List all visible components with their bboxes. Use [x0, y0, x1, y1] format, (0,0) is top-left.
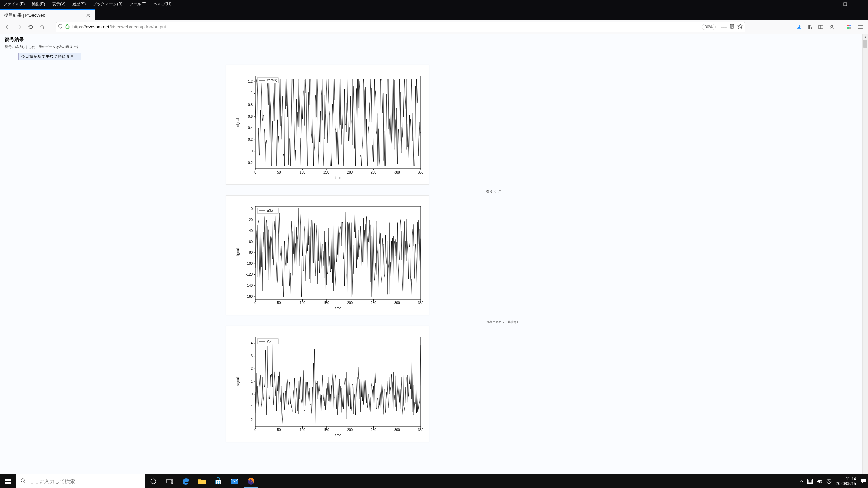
- account-button[interactable]: [827, 22, 837, 32]
- store-icon[interactable]: [210, 474, 226, 488]
- svg-text:0: 0: [254, 170, 256, 174]
- svg-text:150: 150: [323, 428, 329, 432]
- page-actions-ellipsis-icon[interactable]: [721, 24, 727, 29]
- plot-1: -0.200.20.40.60.811.20501001502002503003…: [226, 65, 429, 185]
- svg-text:xhat(k): xhat(k): [267, 78, 277, 82]
- svg-text:-60: -60: [248, 240, 253, 244]
- svg-text:-80: -80: [248, 251, 253, 255]
- menubar: ファイル(F) 編集(E) 表示(V) 履歴(S) ブックマーク(B) ツール(…: [0, 0, 868, 8]
- reader-mode-icon[interactable]: [729, 24, 735, 30]
- svg-rect-140: [231, 479, 238, 484]
- svg-text:0.2: 0.2: [248, 138, 253, 141]
- svg-text:-40: -40: [248, 229, 253, 233]
- app-menu-button[interactable]: [855, 22, 865, 32]
- ime-icon[interactable]: [807, 479, 813, 484]
- downloads-button[interactable]: [794, 22, 804, 32]
- cortana-button[interactable]: [145, 474, 161, 488]
- menu-help[interactable]: ヘルプ(H): [150, 1, 175, 8]
- svg-text:-100: -100: [246, 262, 253, 265]
- window-minimize-button[interactable]: [822, 0, 837, 8]
- svg-text:signal: signal: [236, 248, 240, 257]
- svg-text:50: 50: [277, 428, 281, 432]
- file-explorer-icon[interactable]: [194, 474, 210, 488]
- svg-text:100: 100: [300, 428, 305, 432]
- svg-text:0.6: 0.6: [248, 115, 253, 118]
- window-maximize-button[interactable]: [837, 0, 853, 8]
- library-button[interactable]: [805, 22, 815, 32]
- menu-file[interactable]: ファイル(F): [0, 1, 28, 8]
- svg-point-130: [21, 479, 24, 482]
- taskbar: 12:14 2020/05/15: [0, 474, 868, 488]
- svg-text:-2: -2: [250, 418, 253, 422]
- svg-text:0: 0: [251, 392, 253, 396]
- svg-text:signal: signal: [236, 377, 240, 386]
- decoded-text: 今日博多駅で午後７時に食事！: [18, 53, 81, 60]
- mail-icon[interactable]: [226, 474, 243, 488]
- lock-icon[interactable]: [65, 24, 70, 30]
- task-view-button[interactable]: [161, 474, 178, 488]
- svg-rect-138: [217, 483, 218, 484]
- home-button[interactable]: [37, 22, 47, 32]
- back-button[interactable]: [3, 22, 13, 32]
- bookmark-star-icon[interactable]: [737, 24, 743, 30]
- edge-icon[interactable]: [178, 474, 194, 488]
- svg-text:1: 1: [251, 91, 253, 95]
- menu-tools[interactable]: ツール(T): [126, 1, 150, 8]
- svg-text:2: 2: [251, 367, 253, 370]
- window-close-button[interactable]: [853, 0, 868, 8]
- svg-point-4: [726, 27, 727, 28]
- browser-tab[interactable]: 復号結果 | kfSecWeb: [0, 9, 95, 20]
- taskbar-search[interactable]: [16, 474, 145, 488]
- scroll-thumb[interactable]: [863, 40, 867, 48]
- svg-text:150: 150: [323, 301, 329, 305]
- svg-text:200: 200: [347, 170, 353, 174]
- caption-1: 復号パルス: [486, 189, 868, 194]
- svg-text:350: 350: [418, 301, 423, 305]
- svg-rect-1: [66, 26, 69, 28]
- svg-text:1.2: 1.2: [248, 80, 253, 83]
- menu-view[interactable]: 表示(V): [48, 1, 69, 8]
- svg-text:time: time: [335, 306, 341, 310]
- svg-text:0: 0: [251, 207, 253, 211]
- clock[interactable]: 12:14 2020/05/15: [836, 476, 856, 486]
- volume-icon[interactable]: [817, 479, 822, 484]
- svg-rect-139: [219, 483, 220, 484]
- svg-rect-134: [172, 482, 173, 484]
- reload-button[interactable]: [26, 22, 36, 32]
- menu-history[interactable]: 履歴(S): [69, 1, 89, 8]
- vertical-scrollbar[interactable]: ▲ ▼: [862, 34, 868, 488]
- tab-close-button[interactable]: [85, 13, 91, 18]
- svg-text:200: 200: [347, 428, 353, 432]
- svg-rect-9: [849, 25, 851, 26]
- svg-rect-11: [849, 27, 851, 29]
- scroll-up-button[interactable]: ▲: [863, 34, 868, 40]
- svg-rect-135: [198, 479, 201, 480]
- action-center-icon[interactable]: [860, 479, 866, 484]
- svg-rect-129: [8, 482, 11, 484]
- plot-3: -2-101234050100150200250300350timesignal…: [226, 326, 429, 442]
- svg-text:signal: signal: [236, 118, 240, 127]
- new-tab-button[interactable]: [95, 9, 107, 20]
- url-bar[interactable]: https://nvcspm.net/kfsecweb/decryption/o…: [56, 22, 745, 32]
- svg-text:-120: -120: [246, 272, 253, 276]
- svg-text:0.8: 0.8: [248, 103, 253, 107]
- start-button[interactable]: [0, 474, 16, 488]
- forward-button[interactable]: [14, 22, 24, 32]
- svg-text:100: 100: [300, 301, 305, 305]
- svg-text:-0.2: -0.2: [246, 161, 253, 165]
- menu-edit[interactable]: 編集(E): [28, 1, 48, 8]
- svg-rect-10: [847, 27, 849, 29]
- shield-icon[interactable]: [58, 24, 63, 30]
- extension-button[interactable]: [844, 22, 854, 32]
- menu-bookmark[interactable]: ブックマーク(B): [89, 1, 126, 8]
- svg-text:300: 300: [394, 301, 400, 305]
- svg-text:50: 50: [277, 301, 281, 305]
- taskbar-search-input[interactable]: [29, 479, 141, 484]
- svg-text:0: 0: [251, 149, 253, 153]
- network-blocked-icon[interactable]: [826, 479, 832, 484]
- sidebar-toggle-button[interactable]: [816, 22, 826, 32]
- svg-rect-136: [217, 481, 218, 482]
- zoom-indicator[interactable]: 30%: [702, 24, 716, 30]
- firefox-icon[interactable]: [243, 474, 259, 488]
- tray-overflow-icon[interactable]: [800, 480, 803, 483]
